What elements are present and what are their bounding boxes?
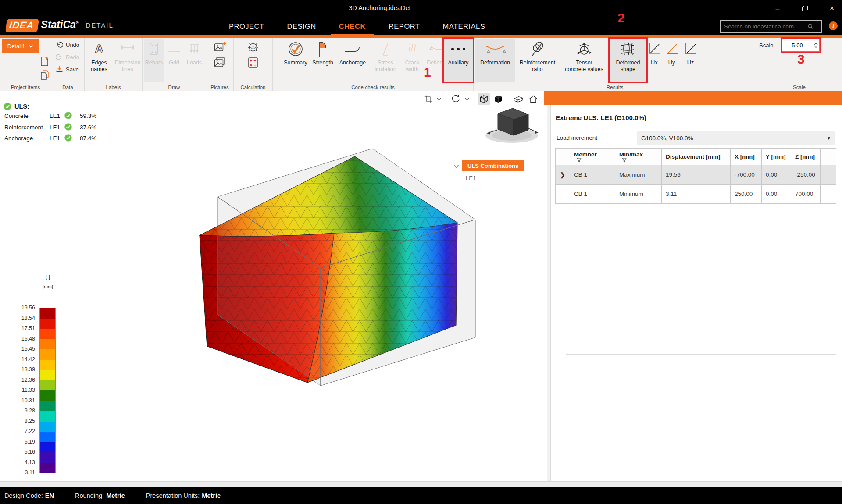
strength-button[interactable]: Strength xyxy=(310,39,335,82)
summary-button[interactable]: Summary xyxy=(282,39,310,82)
close-button[interactable]: × xyxy=(822,0,842,17)
wireframe-view-button[interactable] xyxy=(478,93,490,105)
anchorage-button[interactable]: Anchorage xyxy=(336,39,369,82)
uy-button[interactable]: Uy xyxy=(663,39,681,82)
row-selector[interactable] xyxy=(556,185,570,204)
uls-summary-row: AnchorageLE187.4% xyxy=(4,133,29,144)
legend-color-band xyxy=(40,308,55,319)
legend-color-band xyxy=(40,463,55,473)
table-header-min-max[interactable]: Min/max xyxy=(615,149,662,165)
auxiliary-button[interactable]: Auxiliary xyxy=(444,39,473,82)
load-increment-dropdown[interactable]: G100.0%, V100.0% ▼ xyxy=(637,131,835,145)
legend-value-label: 5.16 xyxy=(0,449,35,455)
menu-project[interactable]: PROJECT xyxy=(228,18,265,35)
table-cell: 250.00 xyxy=(731,185,762,204)
rotate-dropdown-chevron[interactable] xyxy=(464,97,470,102)
legend-value-label: 9.28 xyxy=(0,408,35,414)
scale-stepper[interactable] xyxy=(812,43,819,48)
solid-view-button[interactable] xyxy=(492,93,504,105)
table-row[interactable]: ❯CB 1Maximum19.56-700.000.00-250.00 xyxy=(556,165,836,185)
ux-button[interactable]: Ux xyxy=(646,39,663,82)
search-box[interactable] xyxy=(720,20,822,33)
filter-icon[interactable] xyxy=(577,158,582,163)
annotation-2: 2 xyxy=(617,11,625,25)
legend-value-label: 18.54 xyxy=(0,315,35,321)
legend-color-band xyxy=(40,370,55,380)
deformed-shape-model[interactable] xyxy=(189,138,487,392)
table-cell: CB 1 xyxy=(570,185,615,204)
legend-color-band xyxy=(40,401,55,412)
scale-value[interactable]: 5.00 xyxy=(782,42,812,49)
anchorage-icon xyxy=(343,39,362,60)
results-panel: Extreme ULS: LE1 (G100.0%) Load incremen… xyxy=(544,91,842,481)
search-input[interactable] xyxy=(724,23,807,30)
grid-button[interactable]: Grid xyxy=(165,39,183,82)
stress-limitation-button[interactable]: Stress limitation xyxy=(372,39,399,82)
table-cell: 19.56 xyxy=(662,165,731,185)
tensor-concrete-values-button[interactable]: Tensor concrete values xyxy=(560,39,608,82)
group-pictures: Pictures xyxy=(206,38,234,91)
spinner-up-icon[interactable] xyxy=(814,43,818,45)
add-picture-icon[interactable] xyxy=(214,41,226,53)
gallery-icon[interactable] xyxy=(214,57,225,67)
logo-statica: StatiCa® xyxy=(41,19,79,31)
legend-value-label: 7.22 xyxy=(0,428,35,434)
restore-button[interactable] xyxy=(795,0,815,17)
table-cell: Maximum xyxy=(615,165,662,185)
menu-materials[interactable]: MATERIALS xyxy=(442,18,486,35)
table-row[interactable]: CB 1Minimum3.11250.000.00700.00 xyxy=(556,185,836,204)
group-calculation: </> +−×÷ Calculation xyxy=(234,38,273,91)
undo-button[interactable]: Undo xyxy=(56,41,79,48)
deformation-button[interactable]: Deformation xyxy=(475,39,515,82)
uls-combinations-badge[interactable]: ULS Combinations xyxy=(462,160,524,171)
dimension-lines-button[interactable]: Dimension lines xyxy=(114,39,142,82)
minimize-button[interactable]: – xyxy=(767,0,788,17)
bottom-strip xyxy=(0,481,842,487)
new-detail-icon[interactable] xyxy=(40,56,49,67)
edges-names-icon: A xyxy=(92,39,107,60)
uz-button[interactable]: Uz xyxy=(681,39,700,82)
menu-design[interactable]: DESIGN xyxy=(286,18,317,35)
detail1-dropdown[interactable]: Detail1 xyxy=(2,39,39,53)
chevron-down-icon[interactable] xyxy=(453,164,459,168)
filter-icon[interactable] xyxy=(622,158,627,163)
edges-names-button[interactable]: A Edges names xyxy=(86,39,113,82)
reinforcement-ratio-button[interactable]: Reinforcement ratio xyxy=(515,39,560,82)
save-button[interactable]: Save xyxy=(56,66,79,73)
copy-detail-icon[interactable] xyxy=(40,70,49,80)
home-view-button[interactable] xyxy=(527,93,539,105)
model-viewport[interactable]: ULS: ConcreteLE159.3%ReinforcementLE137.… xyxy=(0,91,544,481)
auxiliary-icon xyxy=(449,39,467,60)
crack-width-button[interactable]: Crack width xyxy=(401,39,424,82)
deformed-shape-button[interactable]: Deformed shape xyxy=(610,39,646,82)
row-selector[interactable]: ❯ xyxy=(556,165,570,185)
crop-view-button[interactable] xyxy=(422,93,434,105)
uls-item-name: Concrete xyxy=(4,113,29,119)
info-icon[interactable]: i xyxy=(829,21,838,30)
crop-dropdown-chevron[interactable] xyxy=(436,97,442,102)
legend-color-band xyxy=(40,349,55,360)
check-circle-icon xyxy=(64,112,72,119)
scale-spinner[interactable]: 5.00 xyxy=(782,39,820,52)
toolbar-separator xyxy=(508,94,508,104)
combination-item-le1[interactable]: LE1 xyxy=(466,175,476,181)
menu-report[interactable]: REPORT xyxy=(388,18,421,35)
calculation-settings-icon[interactable]: </> xyxy=(247,41,259,53)
chevron-down-icon xyxy=(29,45,33,48)
rebars-button[interactable]: Rebars xyxy=(144,39,164,82)
rotate-view-button[interactable] xyxy=(450,93,462,105)
clip-view-button[interactable] xyxy=(512,93,525,105)
table-cell xyxy=(821,165,836,185)
spinner-down-icon[interactable] xyxy=(814,46,818,48)
calculator-icon[interactable]: +−×÷ xyxy=(247,57,259,68)
extreme-results-table[interactable]: MemberMin/maxDisplacement [mm]X [mm]Y [m… xyxy=(555,148,836,204)
legend-value-label: 4.13 xyxy=(0,459,35,465)
menu-check[interactable]: CHECK xyxy=(338,18,367,35)
loads-button[interactable]: Loads xyxy=(184,39,204,82)
panel-scrollbar[interactable] xyxy=(547,105,551,481)
redo-button[interactable]: Redo xyxy=(56,53,79,60)
navigation-cube[interactable] xyxy=(480,106,542,148)
legend-color-band xyxy=(40,452,55,463)
table-header-member[interactable]: Member xyxy=(570,149,615,165)
undo-icon xyxy=(56,41,63,48)
